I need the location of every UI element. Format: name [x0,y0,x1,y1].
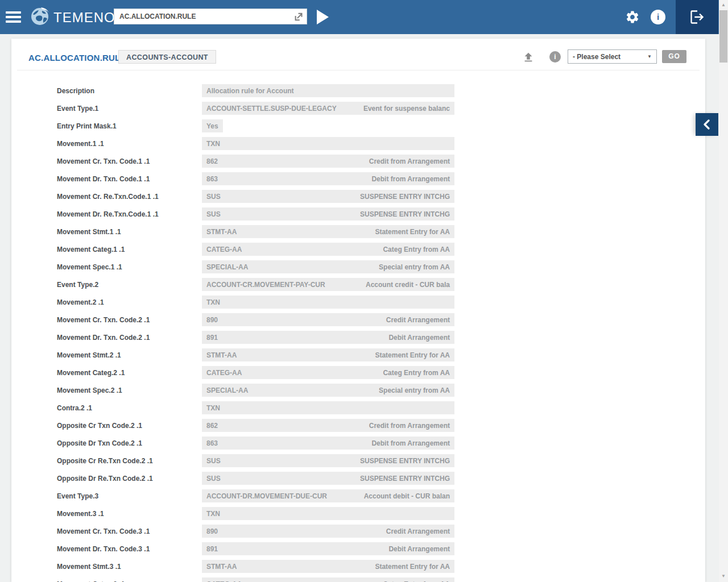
field-enrichment: Categ Entry from AA [383,580,450,582]
field-label: Entry Print Mask.1 [57,122,117,130]
field-enrichment: Debit from Arrangement [371,439,450,447]
form-row: Movement Dr. Txn. Code.3 .1 891 Debit Ar… [11,542,705,560]
field-value-box: 862 Credit from Arrangement [202,419,454,432]
field-label: Movement.3 .1 [57,510,104,518]
field-value: STMT-AA [206,563,237,571]
tab-accounts-account[interactable]: ACCOUNTS-ACCOUNT [118,50,216,64]
form-row: Movement Categ.1 .1 CATEG-AA Categ Entry… [11,243,705,260]
info-icon[interactable]: i [651,10,665,24]
gear-icon[interactable] [625,10,640,24]
collapse-panel-button[interactable] [696,113,718,136]
field-value-box: 891 Debit Arrangement [202,542,454,555]
field-label: Opposite Dr Re.Txn Code.2 .1 [57,475,153,483]
field-value: STMT-AA [206,351,237,359]
field-value-box: TXN [202,296,454,309]
menu-icon[interactable] [6,11,21,23]
field-value: SUS [206,193,221,201]
field-enrichment: Event for suspense balanc [363,105,450,113]
command-input[interactable] [114,9,295,24]
field-value-box: ACCOUNT-SETTLE.SUSP-DUE-LEGACY Event for… [202,102,454,115]
form-row: Movement Categ.3 .1 CATEG-AA Categ Entry… [11,577,705,582]
field-enrichment: Credit Arrangement [386,316,450,324]
form-row: Entry Print Mask.1 Yes [11,119,705,137]
field-value: ACCOUNT-SETTLE.SUSP-DUE-LEGACY [206,105,337,113]
field-value: TXN [206,404,220,412]
field-value-box: SPECIAL-AA Special entry from AA [202,384,454,397]
go-button[interactable]: GO [662,50,686,63]
header-info-icon[interactable]: i [549,51,561,63]
version-select-value: - Please Select [573,53,621,61]
command-input-wrapper [114,9,307,24]
field-enrichment: Debit Arrangement [388,334,450,342]
field-label: Description [57,87,94,95]
field-enrichment: Categ Entry from AA [383,369,450,377]
form-row: Movement Spec.2 .1 SPECIAL-AA Special en… [11,384,705,401]
field-enrichment: SUSPENSE ENTRY INTCHG [360,457,450,465]
field-value: SUS [206,475,221,483]
form-row: Movement Dr. Txn. Code.2 .1 891 Debit Ar… [11,331,705,348]
field-value: 891 [206,334,218,342]
field-enrichment: Account debit - CUR balan [364,492,450,500]
field-value-box: STMT-AA Statement Entry for AA [202,560,454,573]
field-value: STMT-AA [206,228,237,236]
sign-out-button[interactable] [676,0,718,34]
field-value: 863 [206,175,218,183]
form-row: Event Type.1 ACCOUNT-SETTLE.SUSP-DUE-LEG… [11,102,705,119]
field-value-box: SUS SUSPENSE ENTRY INTCHG [202,454,454,467]
field-value-box: Allocation rule for Account [202,84,454,97]
field-label: Movement.2 .1 [57,298,104,306]
form-row: Movement Cr. Txn. Code.1 .1 862 Credit f… [11,155,705,172]
form-row: Movement Categ.2 .1 CATEG-AA Categ Entry… [11,366,705,384]
field-enrichment: Credit from Arrangement [369,422,450,430]
globe-icon [30,6,50,29]
field-value-box: 863 Debit from Arrangement [202,436,454,450]
form-row: Opposite Dr Txn Code.2 .1 863 Debit from… [11,436,705,454]
field-enrichment: Categ Entry from AA [383,246,450,253]
field-value: 862 [206,157,218,165]
field-enrichment: Credit Arrangement [386,527,450,535]
launch-icon[interactable] [293,11,304,22]
page-scrollbar[interactable]: ▲ ▼ [719,0,728,582]
scroll-up-icon[interactable]: ▲ [719,1,728,10]
field-label: Movement Dr. Txn. Code.3 .1 [57,545,150,553]
field-value-box: SUS SUSPENSE ENTRY INTCHG [202,190,454,203]
field-value-box: SPECIAL-AA Special entry from AA [202,260,454,273]
run-command-icon[interactable] [317,10,329,24]
field-value: CATEG-AA [206,580,242,582]
field-value: 891 [206,545,218,553]
sign-out-icon [689,9,705,25]
field-value: SUS [206,457,221,465]
field-enrichment: SUSPENSE ENTRY INTCHG [360,475,450,483]
field-value-box: 891 Debit Arrangement [202,331,454,344]
form-row: Movement Dr. Re.Txn.Code.1 .1 SUS SUSPEN… [11,207,705,225]
field-label: Opposite Cr Re.Txn Code.2 .1 [57,457,153,465]
field-enrichment: Credit from Arrangement [369,157,450,165]
field-value-box: 890 Credit Arrangement [202,313,454,326]
field-value-box: TXN [202,401,454,414]
scroll-down-icon[interactable]: ▼ [719,572,728,581]
scrollbar-thumb[interactable] [719,10,727,63]
field-label: Movement Spec.1 .1 [57,263,122,271]
version-select[interactable]: - Please Select ▼ [568,49,657,64]
form-row: Movement Cr. Txn. Code.2 .1 890 Credit A… [11,313,705,331]
field-value: Yes [206,122,218,130]
field-value: SUS [206,210,221,218]
field-label: Movement Cr. Re.Txn.Code.1 .1 [57,193,159,201]
field-value-box: Yes [202,119,223,132]
form-row: Movement.3 .1 TXN [11,507,705,525]
field-enrichment: Account credit - CUR bala [366,281,450,289]
form-row: Movement Cr. Txn. Code.3 .1 890 Credit A… [11,525,705,542]
field-enrichment: Special entry from AA [379,263,450,271]
field-value-box: 862 Credit from Arrangement [202,155,454,168]
field-value: 862 [206,422,218,430]
field-label: Movement Dr. Txn. Code.1 .1 [57,175,150,183]
top-bar: TEMENOS i [0,0,728,34]
field-value: SPECIAL-AA [206,263,248,271]
field-value: ACCOUNT-DR.MOVEMENT-DUE-CUR [206,492,327,500]
form-row: Movement Stmt.1 .1 STMT-AA Statement Ent… [11,225,705,243]
form-row: Movement Stmt.3 .1 STMT-AA Statement Ent… [11,560,705,577]
form-row: Description Allocation rule for Account [11,84,705,102]
form-row: Contra.2 .1 TXN [11,401,705,419]
field-enrichment: Statement Entry for AA [375,228,450,236]
upload-icon[interactable] [522,51,535,64]
